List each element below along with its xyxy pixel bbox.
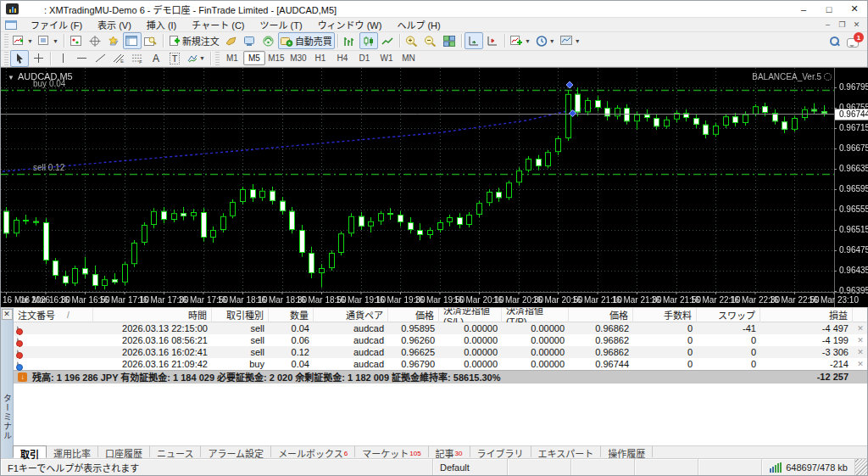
crosshair-button[interactable] (29, 50, 47, 67)
line-chart-button[interactable] (378, 32, 397, 49)
timeframe-m15-button[interactable]: M15 (265, 51, 287, 65)
maximize-button[interactable]: □ (816, 1, 842, 17)
column-header-7[interactable]: 決済指値(T/P) (502, 308, 569, 322)
vertical-line-button[interactable] (53, 50, 72, 67)
fibonacci-button[interactable]: F (128, 50, 147, 67)
status-profile[interactable]: Default (433, 459, 508, 475)
order-row-2[interactable]: 2026.03.16 16:02:41sell0.12audcad0.96625… (14, 346, 867, 358)
depth-of-market-button[interactable] (222, 32, 241, 49)
candle-chart-button[interactable] (359, 32, 378, 49)
tab-5-item[interactable]: メールボックス6 (271, 445, 355, 457)
terminal-close-icon[interactable]: ✕ (2, 309, 13, 320)
menu-item-3[interactable]: チャート (C) (184, 20, 252, 31)
profiles-button[interactable]: ▼ (36, 32, 61, 49)
column-header-6[interactable]: 決済逆指値(S/L) (439, 308, 502, 322)
column-header-0[interactable]: 注文番号/ (14, 308, 93, 322)
toolbar-grip[interactable] (4, 34, 8, 48)
order-sell-icon (17, 334, 19, 346)
order-row-3[interactable]: 2026.03.16 21:09:42buy0.04audcad0.967900… (14, 358, 867, 370)
strategy-tester-button[interactable] (142, 32, 160, 49)
horizontal-line-button[interactable] (72, 50, 91, 67)
resize-grip[interactable] (855, 459, 867, 475)
status-cell (571, 459, 635, 475)
navigator-button[interactable] (104, 32, 123, 49)
tab-9-item[interactable]: エキスパート (531, 445, 602, 457)
menu-item-1[interactable]: 表示 (V) (90, 20, 139, 31)
close-button[interactable]: ✕ (842, 1, 867, 17)
shapes-button[interactable]: ▼ (184, 50, 208, 67)
timeframe-h1-button[interactable]: H1 (309, 51, 331, 65)
tab-3-item[interactable]: ニュース (150, 445, 201, 457)
notification-button[interactable]: 1 (847, 34, 862, 48)
close-position-icon[interactable]: ✕ (853, 348, 867, 356)
price-chart-canvas[interactable] (1, 68, 868, 307)
algo-trading-button[interactable]: 自動売買 (278, 32, 335, 49)
zoom-in-button[interactable] (403, 32, 421, 49)
column-header-1[interactable]: 時間 (93, 308, 212, 322)
text-button[interactable]: A (147, 50, 165, 67)
order-row-1[interactable]: 2026.03.16 08:56:21sell0.06audcad0.96260… (14, 334, 867, 346)
child-close-button[interactable]: ✕ (849, 20, 864, 31)
balance-icon: ↓ (18, 372, 27, 382)
column-header-4[interactable]: 通貨ペア (314, 308, 388, 322)
timeframe-w1-button[interactable]: W1 (376, 51, 398, 65)
text-label-button[interactable]: T (165, 50, 184, 67)
template-button[interactable]: ▼ (558, 32, 583, 49)
column-header-9[interactable]: 手数料 (633, 308, 697, 322)
equidistant-channel-button[interactable]: E (109, 50, 128, 67)
tab-6-item[interactable]: マーケット105 (355, 445, 428, 457)
chart-shift-button[interactable] (483, 32, 502, 49)
menu-item-0[interactable]: ファイル (F) (23, 20, 90, 31)
child-minimize-button[interactable]: – (821, 20, 835, 31)
period-button[interactable]: ▼ (533, 32, 558, 49)
close-position-icon[interactable]: ✕ (853, 324, 867, 333)
menu-item-4[interactable]: ツール (T) (253, 20, 310, 31)
zoom-out-button[interactable] (421, 32, 440, 49)
text-label-icon: T (170, 53, 181, 64)
minimize-button[interactable]: – (791, 1, 816, 17)
timeframe-m30-button[interactable]: M30 (287, 51, 309, 65)
close-position-icon[interactable]: ✕ (853, 336, 867, 344)
trendline-button[interactable] (91, 50, 109, 67)
data-folder-button[interactable] (241, 32, 259, 49)
order-row-0[interactable]: 2026.03.13 22:15:00sell0.04audcad0.95895… (14, 322, 867, 334)
data-window-button[interactable] (86, 32, 104, 49)
timeframe-d1-button[interactable]: D1 (353, 51, 376, 65)
auto-scroll-button[interactable] (465, 32, 483, 49)
tab-0-active[interactable]: 取引 (13, 445, 47, 458)
bar-chart-button[interactable] (341, 32, 359, 49)
timeframe-mn-button[interactable]: MN (398, 51, 420, 65)
column-header-3[interactable]: 数量 (269, 308, 314, 322)
new-chart-button[interactable]: ▼ (10, 32, 36, 49)
tab-4-item[interactable]: アラーム設定 (201, 445, 271, 457)
toolbox-button[interactable] (123, 32, 142, 49)
close-position-icon[interactable]: ✕ (853, 360, 867, 368)
connection-button[interactable] (259, 32, 278, 49)
column-header-11[interactable]: 損益 (760, 308, 853, 322)
toolbar-grip[interactable] (4, 52, 8, 65)
new-order-button[interactable]: 新規注文 (166, 32, 222, 49)
tab-2-item[interactable]: 口座履歴 (98, 445, 150, 457)
timeframe-m5-button[interactable]: M5 (243, 51, 265, 65)
market-watch-button[interactable] (67, 32, 86, 49)
column-header-8[interactable]: 価格 (569, 308, 633, 322)
tile-windows-button[interactable] (440, 32, 459, 49)
tab-1-item[interactable]: 運用比率 (47, 445, 98, 457)
timeframe-m1-button[interactable]: M1 (221, 51, 243, 65)
tab-7-item[interactable]: 記事30 (429, 445, 470, 457)
cursor-button[interactable] (10, 50, 29, 67)
chart-window-icon[interactable] (5, 20, 17, 30)
toolbar-grip[interactable] (215, 52, 220, 65)
column-header-2[interactable]: 取引種別 (212, 308, 269, 322)
menu-item-5[interactable]: ウィンドウ (W) (310, 20, 390, 31)
search-button[interactable] (825, 32, 843, 49)
child-restore-button[interactable]: ❐ (835, 20, 849, 31)
indicators-button[interactable]: ▼ (508, 32, 533, 49)
tab-8-item[interactable]: ライブラリ (470, 445, 531, 457)
menu-item-2[interactable]: 挿入 (I) (139, 20, 184, 31)
timeframe-h4-button[interactable]: H4 (331, 51, 353, 65)
column-header-5[interactable]: 価格 (388, 308, 439, 322)
tab-10-item[interactable]: 操作履歴 (601, 445, 653, 457)
menu-item-6[interactable]: ヘルプ (H) (389, 20, 448, 31)
column-header-10[interactable]: スワップ (697, 308, 760, 322)
